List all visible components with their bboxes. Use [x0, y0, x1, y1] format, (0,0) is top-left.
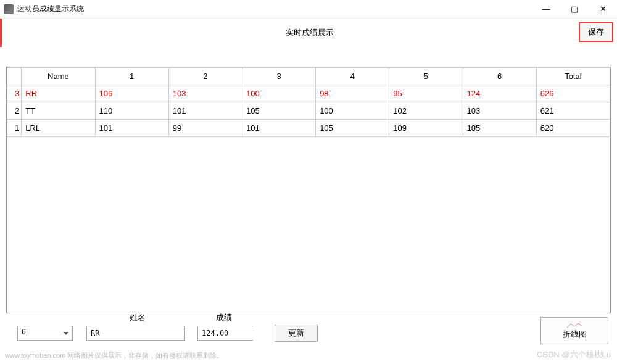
col-total[interactable]: Total [536, 68, 610, 85]
bottom-bar: 姓名 成绩 6 ▲ ▼ 更新 折线图 [0, 308, 617, 345]
table-cell[interactable]: 110 [95, 102, 168, 120]
window-title: 运动员成绩显示系统 [17, 4, 84, 14]
line-chart-button[interactable]: 折线图 [540, 317, 608, 344]
name-input[interactable] [86, 326, 185, 341]
line-chart-label: 折线图 [563, 329, 587, 340]
row-number: 2 [7, 102, 22, 120]
table-cell[interactable]: 626 [536, 85, 610, 102]
watermark-right: CSDN @六个核桃Lu [537, 349, 611, 360]
table-cell[interactable]: LRL [22, 120, 95, 137]
col-4[interactable]: 4 [316, 68, 389, 85]
table-cell[interactable]: 101 [242, 120, 315, 137]
table-cell[interactable]: 105 [463, 120, 536, 137]
table-cell[interactable]: 124 [463, 85, 536, 102]
close-button[interactable]: ✕ [589, 0, 617, 19]
table-cell[interactable]: 95 [389, 85, 463, 102]
table-cell[interactable]: 100 [316, 102, 389, 120]
table-cell[interactable]: 105 [242, 102, 315, 120]
table-row[interactable]: 2TT110101105100102103621 [7, 102, 610, 120]
titlebar: 运动员成绩显示系统 — ▢ ✕ [0, 0, 617, 19]
table-row[interactable]: 3RR1061031009895124626 [7, 85, 610, 102]
round-select-value: 6 [22, 328, 26, 336]
table-cell[interactable]: 98 [316, 85, 389, 102]
table-cell[interactable]: 101 [168, 102, 242, 120]
table-cell[interactable]: 102 [389, 102, 463, 120]
table-cell[interactable]: 103 [463, 102, 536, 120]
name-label: 姓名 [130, 312, 146, 323]
table-cell[interactable]: 99 [168, 120, 242, 137]
save-button[interactable]: 保存 [579, 22, 613, 42]
app-icon [4, 4, 14, 14]
line-chart-icon [567, 321, 582, 328]
table-cell[interactable]: RR [22, 85, 95, 102]
row-number: 1 [7, 120, 22, 137]
row-number: 3 [7, 85, 22, 102]
col-6[interactable]: 6 [463, 68, 536, 85]
table-cell[interactable]: 101 [95, 120, 168, 137]
table-cell[interactable]: 106 [95, 85, 168, 102]
maximize-button[interactable]: ▢ [560, 0, 589, 19]
page-subtitle: 实时成绩展示 [2, 27, 617, 38]
col-5[interactable]: 5 [389, 68, 463, 85]
table-cell[interactable]: 100 [242, 85, 315, 102]
col-1[interactable]: 1 [95, 68, 168, 85]
table-cell[interactable]: TT [22, 102, 95, 120]
table-cell[interactable]: 103 [168, 85, 242, 102]
score-spinner[interactable]: ▲ ▼ [197, 326, 253, 341]
table-header-row: Name 1 2 3 4 5 6 Total [7, 68, 610, 85]
watermark-left: www.toymoban.com 网络图片仅供展示，非存储，如有侵权请联系删除。 [5, 351, 223, 360]
col-3[interactable]: 3 [242, 68, 315, 85]
update-button[interactable]: 更新 [275, 325, 318, 342]
score-table: Name 1 2 3 4 5 6 Total 3RR10610310098951… [6, 67, 611, 313]
col-name[interactable]: Name [22, 68, 95, 85]
round-select[interactable]: 6 [17, 326, 73, 341]
table-cell[interactable]: 620 [536, 120, 610, 137]
table-cell[interactable]: 621 [536, 102, 610, 120]
col-2[interactable]: 2 [168, 68, 242, 85]
table-cell[interactable]: 105 [316, 120, 389, 137]
score-label: 成绩 [216, 312, 232, 323]
table-row[interactable]: 1LRL10199101105109105620 [7, 120, 610, 137]
table-cell[interactable]: 109 [389, 120, 463, 137]
minimize-button[interactable]: — [532, 0, 560, 19]
